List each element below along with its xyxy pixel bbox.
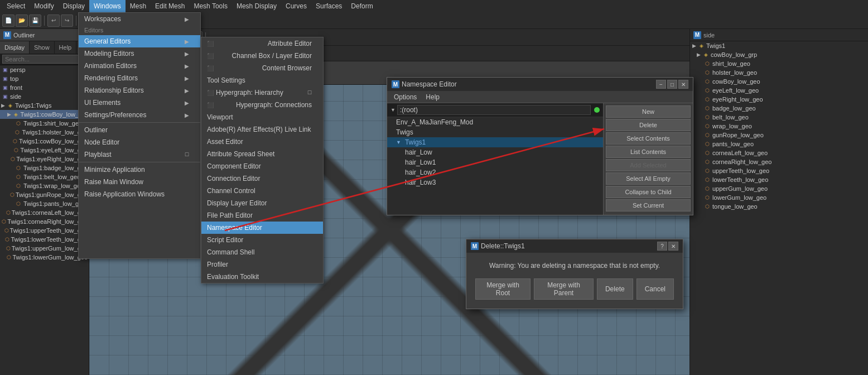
right-item-upperteeth[interactable]: ⬡ upperTeeth_low_geo [690,166,868,175]
menu-windows[interactable]: Windows [89,0,126,12]
outliner-item-cornearight[interactable]: ⬡ Twigs1:corneaRight_low_geo [0,217,89,226]
outliner-item-badge[interactable]: ⬡ Twigs1:badge_low_geo [0,164,89,172]
ns-item-twigs1[interactable]: ▼ Twigs1 [387,137,603,147]
right-item-cornealeft[interactable]: ⬡ corneaLeft_low_geo [690,148,868,157]
outliner-item-holster[interactable]: ⬡ Twigs1:holster_low_geo [0,128,89,137]
toolbar-save[interactable]: 💾 [29,15,41,27]
delete-dialog-merge-root[interactable]: Merge with Root [475,278,531,300]
right-item-cowboy-geo[interactable]: ⬡ cowBoy_low_geo [690,77,868,86]
menu-item-modeling-editors[interactable]: Modeling Editors ▶ [79,47,200,60]
outliner-item-lowerteeth[interactable]: ⬡ Twigs1:lowerTeeth_low_geo [0,235,89,244]
submenu-hypergraph-hier[interactable]: ⬛ Hypergraph: Hierarchy ☐ [201,86,323,99]
submenu-ae-live[interactable]: Adobe(R) After Effects(R) Live Link [201,123,323,136]
submenu-asset-editor[interactable]: Asset Editor [201,136,323,148]
menu-item-workspaces[interactable]: Workspaces ▶ [79,13,200,25]
delete-dialog-help[interactable]: ? [657,242,667,251]
menu-display[interactable]: Display [59,0,89,12]
ns-editor-close[interactable]: ✕ [678,80,688,89]
menu-item-settings[interactable]: Settings/Preferences ▶ [79,109,200,121]
submenu-content-browser[interactable]: ⬛ Content Browser [201,62,323,74]
menu-item-animation-editors[interactable]: Animation Editors ▶ [79,60,200,72]
outliner-item-uppergum[interactable]: ⬡ Twigs1:upperGum_low_geo [0,244,89,253]
outliner-item-upperteeth[interactable]: ⬡ Twigs1:upperTeeth_low_geo [0,226,89,235]
right-item-cowboy-grp[interactable]: ▶ ◈ cowBoy_low_grp [690,50,868,59]
ns-btn-delete[interactable]: Delete [606,119,691,131]
menu-edit-mesh[interactable]: Edit Mesh [151,0,189,12]
outliner-item-persp[interactable]: ▣ persp [0,65,89,74]
right-item-tongue[interactable]: ⬡ tongue_low_geo [690,202,868,211]
ns-btn-new[interactable]: New [606,105,691,118]
right-item-twigs1[interactable]: ▶ ◈ Twigs1 [690,41,868,50]
right-item-eyeright[interactable]: ⬡ eyeRight_low_geo [690,95,868,104]
outliner-search-input[interactable] [2,55,86,64]
ns-btn-select-all-empty[interactable]: Select All Empty [606,172,691,185]
right-item-eyeleft[interactable]: ⬡ eyeLeft_low_geo [690,86,868,95]
submenu-eval-toolkit[interactable]: Evaluation Toolkit [201,271,323,283]
ns-btn-select-contents[interactable]: Select Contents [606,132,691,145]
menu-curves[interactable]: Curves [281,0,311,12]
delete-dialog-merge-parent[interactable]: Merge with Parent [534,278,594,300]
submenu-component-editor[interactable]: Component Editor [201,160,323,172]
right-item-shirt[interactable]: ⬡ shirt_low_geo [690,59,868,68]
outliner-tab-help[interactable]: Help [55,41,77,54]
menu-deform[interactable]: Deform [346,0,377,12]
submenu-profiler[interactable]: Profiler [201,258,323,271]
toolbar-open[interactable]: 📂 [16,15,28,27]
submenu-channel-control[interactable]: Channel Control [201,185,323,197]
menu-item-playblast[interactable]: Playblast ☐ [79,148,200,161]
menu-item-rendering-editors[interactable]: Rendering Editors ▶ [79,72,200,84]
submenu-script-editor[interactable]: Script Editor [201,234,323,246]
menu-item-relationship-editors[interactable]: Relationship Editors ▶ [79,84,200,97]
submenu-attribute-editor[interactable]: ⬛ Attribute Editor [201,37,323,50]
ns-item-twigs[interactable]: Twigs [387,127,603,137]
right-item-pants[interactable]: ⬡ pants_low_geo [690,140,868,148]
ns-menu-help[interactable]: Help [421,92,444,102]
submenu-viewport[interactable]: Viewport [201,111,323,123]
ns-btn-set-current[interactable]: Set Current [606,199,691,211]
outliner-item-cowboy-grp[interactable]: ▶ ◈ Twigs1:cowBoy_low_grp [0,110,89,119]
right-item-badge[interactable]: ⬡ badge_low_geo [690,104,868,113]
menu-surfaces[interactable]: Surfaces [311,0,346,12]
menu-mesh-tools[interactable]: Mesh Tools [189,0,232,12]
right-item-gunrope[interactable]: ⬡ gunRope_low_geo [690,131,868,140]
right-item-belt[interactable]: ⬡ belt_low_geo [690,113,868,122]
menu-item-raise-app[interactable]: Raise Application Windows [79,188,200,200]
menu-item-outliner[interactable]: Outliner [79,124,200,136]
delete-dialog-close[interactable]: ✕ [668,242,678,251]
menu-item-minimize[interactable]: Minimize Application [79,164,200,176]
toolbar-new[interactable]: 📄 [2,15,15,27]
outliner-item-front[interactable]: ▣ front [0,83,89,92]
delete-dialog-cancel[interactable]: Cancel [636,278,674,300]
menu-modify[interactable]: Modify [30,0,58,12]
outliner-tab-show[interactable]: Show [30,41,55,54]
ns-menu-options[interactable]: Options [389,92,421,102]
submenu-display-layer[interactable]: Display Layer Editor [201,197,323,209]
outliner-item-eyeleft[interactable]: ⬡ Twigs1:eyeLeft_low_geo [0,146,89,155]
outliner-item-cornealeft[interactable]: ⬡ Twigs1:corneaLeft_low_geo [0,208,89,217]
submenu-command-shell[interactable]: Command Shell [201,246,323,258]
ns-item-hair-low3[interactable]: hair_Low3 [387,177,603,188]
outliner-item-gunrope[interactable]: ⬡ Twigs1:gunRope_low_geo [0,190,89,199]
ns-item-hair-low2[interactable]: hair_Low2 [387,167,603,177]
menu-select[interactable]: Select [2,0,30,12]
outliner-item-wrap[interactable]: ⬡ Twigs1:wrap_low_geo [0,181,89,190]
outliner-item-shirt[interactable]: ⬡ Twigs1:shirt_low_geo [0,119,89,128]
right-item-lowergum[interactable]: ⬡ lowerGum_low_geo [690,193,868,202]
ns-root-input[interactable] [397,105,591,115]
outliner-item-belt[interactable]: ⬡ Twigs1:belt_low_geo [0,172,89,181]
submenu-file-path[interactable]: File Path Editor [201,209,323,222]
ns-btn-list-contents[interactable]: List Contents [606,146,691,158]
right-item-lowerteeth[interactable]: ⬡ lowerTeeth_low_geo [690,175,868,184]
menu-item-raise-main[interactable]: Raise Main Window [79,176,200,188]
menu-mesh[interactable]: Mesh [126,0,151,12]
submenu-hypergraph-conn[interactable]: ⬛ Hypergraph: Connections [201,99,323,111]
ns-btn-collapse-to-child[interactable]: Collapse to Child [606,186,691,198]
ns-item-hair-low[interactable]: hair_Low [387,147,603,157]
submenu-namespace-editor[interactable]: Namespace Editor [201,222,323,234]
menu-item-general-editors[interactable]: General Editors ▶ [79,35,200,47]
ns-editor-minimize[interactable]: − [656,80,666,89]
submenu-tool-settings[interactable]: Tool Settings [201,74,323,86]
ns-item-hair-low1[interactable]: hair_Low1 [387,157,603,167]
outliner-tab-display[interactable]: Display [0,41,30,54]
menu-item-node-editor[interactable]: Node Editor [79,136,200,148]
